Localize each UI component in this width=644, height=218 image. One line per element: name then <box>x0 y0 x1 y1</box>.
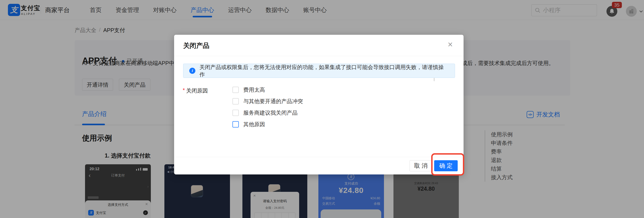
checkbox-icon <box>232 87 239 93</box>
option-conflict-with-other[interactable]: 与其他要开通的产品冲突 <box>232 98 303 105</box>
cancel-button[interactable]: 取 消 <box>410 160 432 171</box>
option-label: 费用太高 <box>243 86 265 94</box>
warning-alert: i 关闭产品或权限集后，您将无法使用对应的功能，如果集成了接口可能会导致接口调用… <box>183 64 455 78</box>
checkbox-icon <box>232 98 239 105</box>
confirm-button[interactable]: 确 定 <box>434 160 458 171</box>
option-other-reason[interactable]: 其他原因 <box>232 121 303 127</box>
close-reason-field-label: * 关闭原因 <box>183 87 208 94</box>
field-label-text: 关闭原因 <box>186 87 208 94</box>
scrollbar-thumb[interactable] <box>434 78 434 81</box>
required-asterisk: * <box>183 87 185 94</box>
close-product-modal: 关闭产品 × i 关闭产品或权限集后，您将无法使用对应的功能，如果集成了接口可能… <box>174 35 464 174</box>
alert-message: 关闭产品或权限集后，您将无法使用对应的功能，如果集成了接口可能会导致接口调用失败… <box>200 64 449 78</box>
checkbox-icon <box>232 110 239 116</box>
modal-close-icon[interactable]: × <box>445 39 456 50</box>
app-screen: 支 支付宝 ALIPAY 商家平台 首页 资金管理 对账中心 产品中心 运营中心… <box>0 0 644 218</box>
option-label: 其他原因 <box>243 121 265 128</box>
option-isv-suggestion[interactable]: 服务商建议我关闭产品 <box>232 110 303 116</box>
modal-title: 关闭产品 <box>183 41 210 50</box>
option-label: 与其他要开通的产品冲突 <box>243 98 303 105</box>
close-reason-options: 费用太高 与其他要开通的产品冲突 服务商建议我关闭产品 其他原因 <box>232 87 303 133</box>
info-icon: i <box>189 68 195 74</box>
option-cost-too-high[interactable]: 费用太高 <box>232 87 303 93</box>
option-label: 服务商建议我关闭产品 <box>243 109 298 116</box>
modal-footer-divider <box>174 157 464 157</box>
checkbox-icon <box>232 121 239 127</box>
modal-header-divider <box>174 56 464 56</box>
